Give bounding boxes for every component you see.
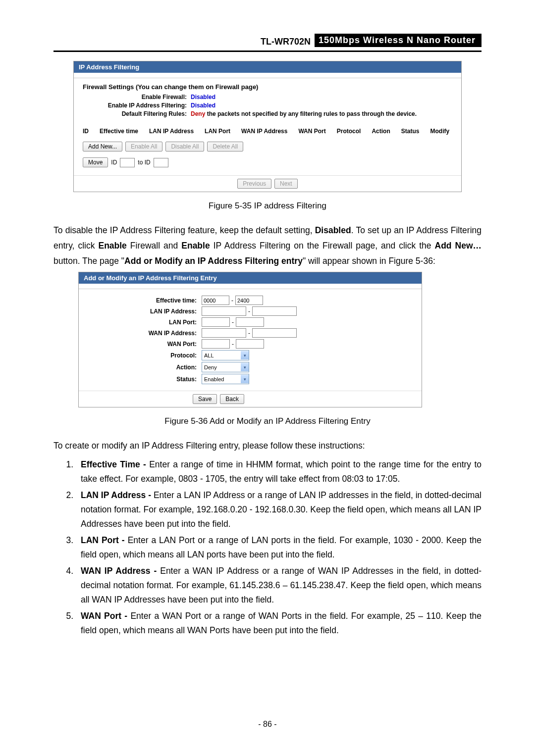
action-value: Deny xyxy=(204,364,217,370)
disable-all-button[interactable]: Disable All xyxy=(165,142,204,151)
col-protocol: Protocol xyxy=(337,128,361,135)
instructions-list: Effective Time - Enter a range of time i… xyxy=(54,457,482,638)
panel2-title: Add or Modify an IP Address Filtering En… xyxy=(79,272,422,284)
panel-add-modify-entry: Add or Modify an IP Address Filtering En… xyxy=(78,272,422,407)
row-default-rules-value: Deny the packets not specified by any fi… xyxy=(191,110,417,117)
dash-icon: - xyxy=(246,330,252,337)
list-item: LAN Port - Enter a LAN Port or a range o… xyxy=(76,533,482,562)
delete-all-button[interactable]: Delete All xyxy=(207,142,243,151)
filter-table-headers: ID Effective time LAN IP Address LAN Por… xyxy=(83,119,452,139)
label-effective-time: Effective time: xyxy=(88,297,202,304)
wan-ip-to-input[interactable] xyxy=(252,328,297,338)
list-item: Effective Time - Enter a range of time i… xyxy=(76,457,482,486)
move-button[interactable]: Move xyxy=(83,157,108,167)
doc-model: TL-WR702N xyxy=(257,37,315,47)
effective-time-to-input[interactable] xyxy=(235,296,263,305)
deny-word: Deny xyxy=(191,110,205,117)
protocol-select[interactable]: ALL ▾ xyxy=(202,350,249,360)
figure-5-35-caption: Figure 5-35 IP address Filtering xyxy=(54,201,482,211)
label-lan-ip: LAN IP Address: xyxy=(88,308,202,315)
move-to-input[interactable] xyxy=(154,158,168,167)
label-status: Status: xyxy=(88,376,202,383)
panel1-title: IP Address Filtering xyxy=(74,61,461,73)
col-lanport: LAN Port xyxy=(205,128,230,135)
col-eff: Effective time xyxy=(100,128,138,135)
back-button[interactable]: Back xyxy=(220,394,244,404)
figure-5-36-caption: Figure 5-36 Add or Modify an IP Address … xyxy=(54,416,482,426)
dash-icon: - xyxy=(229,297,235,304)
move-from-input[interactable] xyxy=(120,158,135,167)
row-enable-ipfilter-label: Enable IP Address Filtering: xyxy=(83,102,191,109)
wan-ip-from-input[interactable] xyxy=(202,328,246,338)
panel-ip-filtering: IP Address Filtering Firewall Settings (… xyxy=(73,61,462,192)
lan-port-from-input[interactable] xyxy=(202,317,230,327)
col-modify: Modify xyxy=(430,128,449,135)
protocol-value: ALL xyxy=(204,353,214,358)
lan-port-to-input[interactable] xyxy=(236,317,264,327)
next-button[interactable]: Next xyxy=(274,179,298,189)
chevron-down-icon: ▾ xyxy=(241,363,249,371)
row-default-rules-label: Default Filtering Rules: xyxy=(83,110,191,117)
header-rule xyxy=(54,50,482,52)
panel2-sep xyxy=(79,284,422,289)
chevron-down-icon: ▾ xyxy=(241,351,249,359)
row-enable-firewall-value: Disabled xyxy=(191,94,215,101)
action-select[interactable]: Deny ▾ xyxy=(202,362,249,372)
row-enable-ipfilter-value: Disabled xyxy=(191,102,215,109)
row-enable-firewall-label: Enable Firewall: xyxy=(83,94,191,101)
col-wanport: WAN Port xyxy=(298,128,325,135)
list-item: WAN IP Address - Enter a WAN IP Address … xyxy=(76,564,482,607)
status-value: Enabled xyxy=(204,376,224,382)
col-lanip: LAN IP Address xyxy=(149,128,194,135)
add-new-button[interactable]: Add New... xyxy=(83,142,122,151)
col-wanip: WAN IP Address xyxy=(241,128,287,135)
col-id: ID xyxy=(83,128,89,135)
doc-header: TL-WR702N 150Mbps Wireless N Nano Router xyxy=(54,34,482,50)
page-number: - 86 - xyxy=(0,720,535,729)
enable-all-button[interactable]: Enable All xyxy=(125,142,162,151)
firewall-settings-heading: Firewall Settings (You can change them o… xyxy=(83,83,452,91)
doc-desc: 150Mbps Wireless N Nano Router xyxy=(315,34,482,47)
col-status: Status xyxy=(401,128,420,135)
label-wan-port: WAN Port: xyxy=(88,341,202,348)
label-lan-port: LAN Port: xyxy=(88,319,202,326)
status-select[interactable]: Enabled ▾ xyxy=(202,374,249,384)
para-disable-ipfilter: To disable the IP Address Filtering feat… xyxy=(54,223,482,269)
label-wan-ip: WAN IP Address: xyxy=(88,330,202,337)
chevron-down-icon: ▾ xyxy=(241,375,249,383)
wan-port-from-input[interactable] xyxy=(202,339,230,349)
label-action: Action: xyxy=(88,364,202,371)
effective-time-from-input[interactable] xyxy=(202,296,229,305)
panel1-sep xyxy=(74,73,461,78)
to-id-label: to ID xyxy=(138,159,150,166)
label-protocol: Protocol: xyxy=(88,352,202,359)
lan-ip-to-input[interactable] xyxy=(252,306,297,316)
id-label: ID xyxy=(111,159,117,166)
instructions-intro: To create or modify an IP Address Filter… xyxy=(54,438,482,454)
lan-ip-from-input[interactable] xyxy=(202,306,246,316)
col-action: Action xyxy=(372,128,390,135)
previous-button[interactable]: Previous xyxy=(237,179,271,189)
dash-icon: - xyxy=(230,341,236,348)
list-item: WAN Port - Enter a WAN Port or a range o… xyxy=(76,609,482,638)
wan-port-to-input[interactable] xyxy=(236,339,264,349)
list-item: LAN IP Address - Enter a LAN IP Address … xyxy=(76,488,482,531)
dash-icon: - xyxy=(230,319,236,326)
save-button[interactable]: Save xyxy=(193,394,217,404)
deny-rest: the packets not specified by any filteri… xyxy=(205,110,417,117)
dash-icon: - xyxy=(246,308,252,315)
